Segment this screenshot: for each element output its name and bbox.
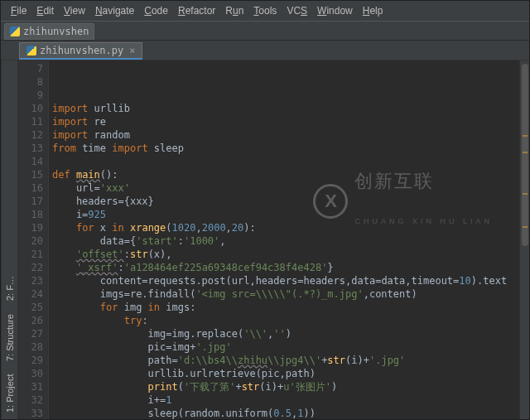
line-number-gutter[interactable]: 7891011121314151617181920212223242526272…	[17, 60, 49, 419]
line-number: 15	[19, 168, 43, 181]
code-line[interactable]: url='xxx'	[52, 181, 516, 195]
code-line[interactable]: for img in imgs:	[52, 301, 516, 314]
main-menu: File Edit View Navigate Code Refactor Ru…	[1, 1, 529, 21]
line-number: 26	[19, 314, 43, 327]
code-line[interactable]: for x in xrange(1020,2000,20):	[52, 221, 516, 234]
line-number: 24	[19, 287, 43, 301]
code-line[interactable]: urllib.urlretrieve(pic,path)	[52, 367, 516, 380]
tab-file-active[interactable]: zhihunvshen.py ×	[19, 42, 142, 60]
line-number: 14	[19, 155, 43, 168]
code-line[interactable]: '_xsrf':'a128464ef225a69348cef94c38f4e42…	[52, 261, 516, 274]
scrollbar-inspection-mark[interactable]	[523, 135, 528, 137]
close-icon[interactable]: ×	[129, 45, 135, 56]
code-line[interactable]: import re	[52, 115, 516, 128]
editor-scrollbar[interactable]	[519, 60, 529, 419]
line-number: 11	[19, 115, 43, 128]
menu-code[interactable]: Code	[139, 3, 173, 18]
line-number: 32	[19, 393, 43, 407]
line-number: 12	[19, 128, 43, 142]
code-line[interactable]: path='d:\\bs4\\zhihu\\jpg4\\'+str(i)+'.j…	[52, 354, 516, 367]
code-line[interactable]: sleep(random.uniform(0.5,1))	[52, 407, 516, 419]
code-line[interactable]: img=img.replace('\\','')	[52, 327, 516, 340]
line-number: 27	[19, 327, 43, 340]
tool-window-stripe-left: 1: Project 7: Structure 2: F…	[1, 60, 17, 419]
line-number: 33	[19, 407, 43, 419]
menu-window[interactable]: Window	[312, 3, 358, 18]
python-file-icon	[26, 46, 36, 56]
code-line[interactable]: print('下载了第'+str(i)+u'张图片')	[52, 380, 516, 393]
menu-edit[interactable]: Edit	[31, 3, 59, 18]
tool-window-favorites[interactable]: 2: F…	[5, 276, 15, 301]
line-number: 18	[19, 208, 43, 221]
code-line[interactable]: def main():	[52, 168, 516, 181]
code-line[interactable]: 'offset':str(x),	[52, 248, 516, 261]
code-line[interactable]: import urllib	[52, 102, 516, 115]
code-line[interactable]: from time import sleep	[52, 142, 516, 155]
line-number: 13	[19, 142, 43, 155]
python-file-icon	[10, 27, 20, 36]
scrollbar-inspection-mark[interactable]	[523, 152, 528, 153]
editor-area: 1: Project 7: Structure 2: F… 7891011121…	[1, 60, 529, 419]
line-number: 19	[19, 221, 43, 234]
tool-window-project[interactable]: 1: Project	[5, 374, 15, 413]
menu-run[interactable]: Run	[220, 3, 248, 18]
code-line[interactable]	[52, 155, 516, 168]
code-line[interactable]: import random	[52, 128, 516, 142]
menu-refactor[interactable]: Refactor	[173, 3, 220, 18]
tab-label: zhihunvshen.py	[40, 45, 123, 56]
code-line[interactable]: imgs=re.findall('<img src=\\\\\"(.*?)_m.…	[52, 287, 516, 301]
tab-label: zhihunvshen	[23, 26, 89, 37]
line-number: 16	[19, 181, 43, 195]
code-editor[interactable]: X 创新互联 CHUANG XIN HU LIAN import urllibi…	[49, 60, 519, 419]
code-line[interactable]: data={'start':'1000',	[52, 234, 516, 248]
code-line[interactable]: i=925	[52, 208, 516, 221]
line-number: 8	[19, 75, 43, 89]
line-number: 21	[19, 248, 43, 261]
line-number: 10	[19, 102, 43, 115]
scrollbar-inspection-mark[interactable]	[523, 226, 528, 228]
code-line[interactable]: content=requests.post(url,headers=header…	[52, 274, 516, 287]
code-line[interactable]: i+=1	[52, 393, 516, 407]
line-number: 28	[19, 340, 43, 354]
line-number: 7	[19, 62, 43, 75]
line-number: 20	[19, 234, 43, 248]
line-number: 29	[19, 354, 43, 367]
editor-tabs-outer: zhihunvshen	[1, 21, 529, 41]
scrollbar-thumb[interactable]	[522, 64, 528, 246]
tool-window-structure[interactable]: 7: Structure	[5, 314, 15, 361]
menu-vcs[interactable]: VCS	[282, 3, 312, 18]
line-number: 17	[19, 195, 43, 208]
code-line[interactable]: try:	[52, 314, 516, 327]
menu-file[interactable]: File	[6, 3, 31, 18]
line-number: 25	[19, 301, 43, 314]
menu-tools[interactable]: Tools	[248, 3, 282, 18]
line-number: 30	[19, 367, 43, 380]
menu-help[interactable]: Help	[358, 3, 388, 18]
scrollbar-inspection-mark[interactable]	[523, 193, 528, 195]
line-number: 31	[19, 380, 43, 393]
menu-navigate[interactable]: Navigate	[90, 3, 139, 18]
line-number: 22	[19, 261, 43, 274]
code-line[interactable]: headers={xxx}	[52, 195, 516, 208]
tab-project[interactable]: zhihunvshen	[4, 23, 94, 40]
line-number: 23	[19, 274, 43, 287]
line-number: 9	[19, 89, 43, 102]
menu-view[interactable]: View	[59, 3, 90, 18]
code-line[interactable]: pic=img+'.jpg'	[52, 340, 516, 354]
editor-tabs-inner: zhihunvshen.py ×	[1, 41, 529, 60]
